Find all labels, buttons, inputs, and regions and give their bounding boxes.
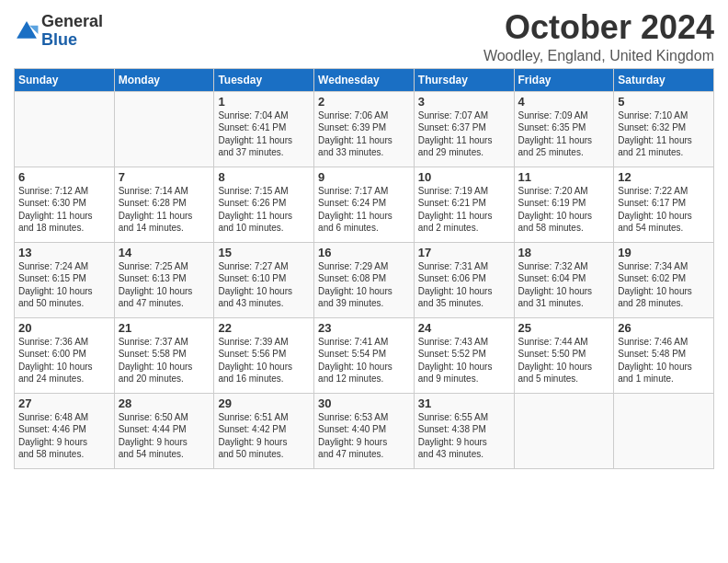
calendar-cell: 13Sunrise: 7:24 AM Sunset: 6:15 PM Dayli… bbox=[15, 242, 115, 317]
calendar-cell: 1Sunrise: 7:04 AM Sunset: 6:41 PM Daylig… bbox=[214, 91, 314, 167]
day-number: 26 bbox=[618, 321, 710, 335]
calendar-cell: 15Sunrise: 7:27 AM Sunset: 6:10 PM Dayli… bbox=[214, 242, 314, 317]
day-number: 5 bbox=[618, 95, 710, 109]
calendar-cell: 24Sunrise: 7:43 AM Sunset: 5:52 PM Dayli… bbox=[414, 317, 514, 393]
logo: General Blue bbox=[14, 13, 103, 50]
header: General Blue October 2024 Woodley, Engla… bbox=[14, 9, 714, 64]
cell-info: Sunrise: 7:19 AM Sunset: 6:21 PM Dayligh… bbox=[418, 185, 510, 235]
logo-blue: Blue bbox=[41, 31, 103, 50]
day-number: 13 bbox=[18, 246, 110, 259]
calendar-cell: 6Sunrise: 7:12 AM Sunset: 6:30 PM Daylig… bbox=[15, 167, 115, 242]
day-number: 29 bbox=[218, 396, 310, 410]
cell-info: Sunrise: 7:32 AM Sunset: 6:04 PM Dayligh… bbox=[518, 260, 610, 310]
day-number: 21 bbox=[119, 321, 210, 335]
day-number: 7 bbox=[119, 170, 210, 184]
cell-info: Sunrise: 7:34 AM Sunset: 6:02 PM Dayligh… bbox=[618, 260, 710, 310]
svg-marker-0 bbox=[17, 21, 37, 39]
col-saturday: Saturday bbox=[614, 68, 714, 91]
day-number: 3 bbox=[418, 95, 510, 109]
calendar-cell bbox=[15, 91, 115, 167]
month-title: October 2024 bbox=[483, 9, 714, 46]
calendar-cell: 12Sunrise: 7:22 AM Sunset: 6:17 PM Dayli… bbox=[614, 167, 714, 242]
day-number: 16 bbox=[318, 246, 410, 259]
calendar-cell: 28Sunrise: 6:50 AM Sunset: 4:44 PM Dayli… bbox=[114, 393, 214, 468]
col-monday: Monday bbox=[114, 68, 214, 91]
cell-info: Sunrise: 7:20 AM Sunset: 6:19 PM Dayligh… bbox=[518, 185, 610, 235]
week-row-1: 1Sunrise: 7:04 AM Sunset: 6:41 PM Daylig… bbox=[15, 91, 714, 167]
week-row-2: 6Sunrise: 7:12 AM Sunset: 6:30 PM Daylig… bbox=[15, 167, 714, 242]
cell-info: Sunrise: 7:06 AM Sunset: 6:39 PM Dayligh… bbox=[318, 109, 410, 159]
cell-info: Sunrise: 7:04 AM Sunset: 6:41 PM Dayligh… bbox=[218, 109, 310, 159]
day-number: 10 bbox=[418, 170, 510, 184]
calendar-cell: 30Sunrise: 6:53 AM Sunset: 4:40 PM Dayli… bbox=[314, 393, 415, 468]
calendar-cell: 2Sunrise: 7:06 AM Sunset: 6:39 PM Daylig… bbox=[314, 91, 415, 167]
day-number: 27 bbox=[18, 396, 110, 410]
week-row-3: 13Sunrise: 7:24 AM Sunset: 6:15 PM Dayli… bbox=[15, 242, 714, 317]
calendar-cell: 22Sunrise: 7:39 AM Sunset: 5:56 PM Dayli… bbox=[214, 317, 314, 393]
cell-info: Sunrise: 7:43 AM Sunset: 5:52 PM Dayligh… bbox=[418, 336, 510, 385]
cell-info: Sunrise: 7:07 AM Sunset: 6:37 PM Dayligh… bbox=[418, 109, 510, 159]
day-number: 31 bbox=[418, 396, 510, 410]
calendar-cell: 5Sunrise: 7:10 AM Sunset: 6:32 PM Daylig… bbox=[614, 91, 714, 167]
cell-info: Sunrise: 7:14 AM Sunset: 6:28 PM Dayligh… bbox=[119, 185, 210, 235]
calendar-cell bbox=[114, 91, 214, 167]
calendar-cell: 16Sunrise: 7:29 AM Sunset: 6:08 PM Dayli… bbox=[314, 242, 415, 317]
calendar-table: Sunday Monday Tuesday Wednesday Thursday… bbox=[14, 68, 714, 469]
calendar-cell: 7Sunrise: 7:14 AM Sunset: 6:28 PM Daylig… bbox=[114, 167, 214, 242]
cell-info: Sunrise: 7:44 AM Sunset: 5:50 PM Dayligh… bbox=[518, 336, 610, 385]
cell-info: Sunrise: 7:41 AM Sunset: 5:54 PM Dayligh… bbox=[318, 336, 410, 385]
cell-info: Sunrise: 7:17 AM Sunset: 6:24 PM Dayligh… bbox=[318, 185, 410, 235]
cell-info: Sunrise: 7:12 AM Sunset: 6:30 PM Dayligh… bbox=[18, 185, 110, 235]
day-number: 9 bbox=[318, 170, 410, 184]
day-number: 30 bbox=[318, 396, 410, 410]
cell-info: Sunrise: 6:50 AM Sunset: 4:44 PM Dayligh… bbox=[119, 411, 210, 461]
day-number: 12 bbox=[618, 170, 710, 184]
calendar-cell: 11Sunrise: 7:20 AM Sunset: 6:19 PM Dayli… bbox=[514, 167, 614, 242]
calendar-cell: 25Sunrise: 7:44 AM Sunset: 5:50 PM Dayli… bbox=[514, 317, 614, 393]
cell-info: Sunrise: 7:39 AM Sunset: 5:56 PM Dayligh… bbox=[218, 336, 310, 385]
day-number: 23 bbox=[318, 321, 410, 335]
day-number: 1 bbox=[218, 95, 310, 109]
calendar-cell: 19Sunrise: 7:34 AM Sunset: 6:02 PM Dayli… bbox=[614, 242, 714, 317]
day-number: 19 bbox=[618, 246, 710, 259]
cell-info: Sunrise: 7:46 AM Sunset: 5:48 PM Dayligh… bbox=[618, 336, 710, 385]
calendar-cell bbox=[614, 393, 714, 468]
day-number: 24 bbox=[418, 321, 510, 335]
col-thursday: Thursday bbox=[414, 68, 514, 91]
day-number: 8 bbox=[218, 170, 310, 184]
calendar-cell: 27Sunrise: 6:48 AM Sunset: 4:46 PM Dayli… bbox=[15, 393, 115, 468]
calendar-cell: 21Sunrise: 7:37 AM Sunset: 5:58 PM Dayli… bbox=[114, 317, 214, 393]
calendar-cell: 31Sunrise: 6:55 AM Sunset: 4:38 PM Dayli… bbox=[414, 393, 514, 468]
day-number: 15 bbox=[218, 246, 310, 259]
col-sunday: Sunday bbox=[15, 68, 115, 91]
col-wednesday: Wednesday bbox=[314, 68, 415, 91]
col-tuesday: Tuesday bbox=[214, 68, 314, 91]
day-number: 2 bbox=[318, 95, 410, 109]
calendar-cell: 8Sunrise: 7:15 AM Sunset: 6:26 PM Daylig… bbox=[214, 167, 314, 242]
day-number: 4 bbox=[518, 95, 610, 109]
cell-info: Sunrise: 6:51 AM Sunset: 4:42 PM Dayligh… bbox=[218, 411, 310, 461]
cell-info: Sunrise: 7:37 AM Sunset: 5:58 PM Dayligh… bbox=[119, 336, 210, 385]
cell-info: Sunrise: 7:09 AM Sunset: 6:35 PM Dayligh… bbox=[518, 109, 610, 159]
cell-info: Sunrise: 6:55 AM Sunset: 4:38 PM Dayligh… bbox=[418, 411, 510, 461]
day-number: 20 bbox=[18, 321, 110, 335]
day-number: 6 bbox=[18, 170, 110, 184]
day-number: 22 bbox=[218, 321, 310, 335]
calendar-cell: 23Sunrise: 7:41 AM Sunset: 5:54 PM Dayli… bbox=[314, 317, 415, 393]
day-number: 28 bbox=[119, 396, 210, 410]
cell-info: Sunrise: 7:36 AM Sunset: 6:00 PM Dayligh… bbox=[18, 336, 110, 385]
day-number: 17 bbox=[418, 246, 510, 259]
col-friday: Friday bbox=[514, 68, 614, 91]
calendar-cell: 4Sunrise: 7:09 AM Sunset: 6:35 PM Daylig… bbox=[514, 91, 614, 167]
day-number: 18 bbox=[518, 246, 610, 259]
cell-info: Sunrise: 7:10 AM Sunset: 6:32 PM Dayligh… bbox=[618, 109, 710, 159]
page-container: General Blue October 2024 Woodley, Engla… bbox=[0, 0, 728, 474]
cell-info: Sunrise: 7:31 AM Sunset: 6:06 PM Dayligh… bbox=[418, 260, 510, 310]
calendar-cell: 26Sunrise: 7:46 AM Sunset: 5:48 PM Dayli… bbox=[614, 317, 714, 393]
title-block: October 2024 Woodley, England, United Ki… bbox=[483, 9, 714, 64]
calendar-cell: 14Sunrise: 7:25 AM Sunset: 6:13 PM Dayli… bbox=[114, 242, 214, 317]
cell-info: Sunrise: 6:53 AM Sunset: 4:40 PM Dayligh… bbox=[318, 411, 410, 461]
logo-general: General bbox=[41, 13, 103, 31]
cell-info: Sunrise: 7:27 AM Sunset: 6:10 PM Dayligh… bbox=[218, 260, 310, 310]
cell-info: Sunrise: 6:48 AM Sunset: 4:46 PM Dayligh… bbox=[18, 411, 110, 461]
